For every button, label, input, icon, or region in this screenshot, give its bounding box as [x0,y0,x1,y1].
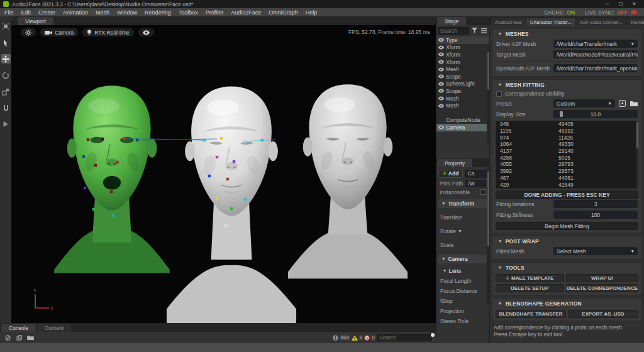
stage-row-xform[interactable]: Xform [436,58,489,66]
preset-dropdown[interactable]: Custom ▼ [553,99,615,107]
stage-search-input[interactable] [438,27,469,35]
mesh-fitting-header[interactable]: ▼ MESH FITTING [492,80,641,89]
target-mesh-dropdown[interactable]: /World/RootNode/PirateNeutral/PirateNeu▼ [553,50,638,58]
correspondence-row[interactable]: 405529793 [496,161,638,168]
live-sync-status[interactable]: OFF [617,9,628,16]
menu-toolbox[interactable]: Toolbox [179,9,198,16]
correspondence-table[interactable]: 9454940511054919287411426106449330413729… [496,121,638,189]
eye-icon[interactable] [438,89,444,93]
eye-icon[interactable] [438,60,444,64]
stage-row-mesh[interactable]: Mesh [436,102,489,109]
info-count[interactable]: 869 [340,334,349,341]
correspondence-row[interactable]: 87411426 [496,134,638,141]
console-open-folder-icon[interactable] [26,334,35,342]
stage-row-spherelight[interactable]: SphereLight [436,80,489,88]
menu-file[interactable]: File [4,9,14,16]
stage-row-xform[interactable]: Xform [436,44,489,52]
add-property-button[interactable]: + Add [438,170,463,178]
correspondence-row[interactable]: 42942549 [496,181,638,188]
menu-omnigraph[interactable]: OmniGraph [269,9,298,16]
button-delete-setup[interactable]: DELETE SETUP [496,284,564,292]
eye-icon[interactable] [438,52,444,57]
correspondence-row[interactable]: 399229573 [496,168,638,175]
property-row-stereo-role[interactable]: Stereo Role [436,316,489,326]
select-arrow-icon[interactable] [1,38,11,47]
correspondence-row[interactable]: 42685025 [496,154,638,161]
tab-render-settings[interactable]: Render Settings [627,18,644,26]
tools-header[interactable]: ▼ TOOLS [492,263,641,272]
rotate-tool-icon[interactable] [1,70,11,80]
tab-content[interactable]: Content [37,324,71,332]
correspondence-row[interactable]: 94549405 [496,121,638,128]
console-scrollbar[interactable] [431,333,435,337]
blendshape-generation-header[interactable]: ▼ BLENDSHAPE GENERATION [492,299,641,308]
eye-icon[interactable] [438,125,444,129]
menu-edit[interactable]: Edit [21,9,31,16]
viewport-3d-canvas[interactable]: Camera RTX Real-time FPS: 52.78, Frame t… [11,25,436,323]
correspondence-row[interactable]: 110549192 [496,128,638,135]
fitting-iterations-field[interactable]: 3 [553,200,638,208]
viewport-cube-icon[interactable] [1,21,11,31]
tab-audio2face[interactable]: Audio2Face [491,18,526,26]
menu-rendering[interactable]: Rendering [145,9,171,16]
stage-row[interactable] [436,109,489,117]
transform-section-header[interactable]: ▼ Transform [438,199,488,208]
warning-count[interactable]: 8 [360,334,363,341]
eye-icon[interactable] [438,67,444,72]
correspondence-visibility-checkbox[interactable] [496,91,502,97]
tab-stage[interactable]: Stage [437,17,466,25]
eye-icon[interactable] [438,82,444,86]
property-row-translate[interactable]: Translate [436,211,489,224]
cloud-icon[interactable] [630,9,637,16]
tab-property[interactable]: Property [437,159,472,167]
menu-help[interactable]: Help [306,9,318,16]
error-count[interactable]: 0 [372,334,375,341]
snap-magnet-icon[interactable] [1,103,11,113]
cache-status[interactable]: ON [567,9,575,16]
stage-row-mesh[interactable]: Mesh [436,95,489,102]
button-wrap-ui[interactable]: WRAP UI [566,274,638,282]
openmouth-a2f-mesh-dropdown[interactable]: /World/charTransfer/mark_openMouth▼ [553,64,638,72]
instanceable-checkbox[interactable] [480,189,486,195]
menu-create[interactable]: Create [38,9,55,16]
button-blendshape-transfer[interactable]: BLENDSHAPE TRANSFER [496,310,566,318]
display-size-slider[interactable]: 10.0 [553,110,638,118]
viewport-settings-button[interactable] [20,28,36,37]
begin-mesh-fitting-button[interactable]: Begin Mesh Fitting [496,222,638,230]
fitted-mesh-dropdown[interactable]: Select Mesh ▼ [553,247,638,255]
viewport-renderer-button[interactable]: RTX Real-time [82,28,135,37]
lens-subsection-header[interactable]: ▼ Lens [436,266,489,276]
prim-type-field[interactable]: Ca [465,170,487,178]
correspondence-row[interactable]: 46744061 [496,175,638,182]
property-row-rotate[interactable]: Rotate▼ [436,224,489,238]
eye-icon[interactable] [438,45,444,50]
filter-funnel-icon[interactable] [470,26,479,35]
tab-a2f-data-conver-[interactable]: A2F Data Conver... [576,18,626,26]
console-search-input[interactable] [377,334,432,341]
close-button[interactable]: × [633,0,636,8]
property-row-focal-length[interactable]: Focal Length [436,276,489,286]
button-export-as-usd[interactable]: EXPORT AS .USD [568,310,638,318]
property-row-projection[interactable]: Projection [436,306,489,316]
property-row-scale[interactable]: Scale [436,238,489,252]
correspondence-row[interactable]: 106449330 [496,141,638,148]
camera-section-header[interactable]: ▼ Camera [438,255,488,263]
stage-row-scope[interactable]: Scope [436,73,489,80]
prim-path-field[interactable]: /W [465,180,486,187]
stage-row-mesh[interactable]: Mesh [436,65,489,73]
save-preset-icon[interactable] [618,99,626,107]
minimize-button[interactable]: − [606,0,609,8]
open-preset-folder-icon[interactable] [630,99,638,107]
viewport-camera-button[interactable]: Camera [40,28,79,37]
fitting-stiffness-field[interactable]: 100 [553,211,638,219]
stage-row-scope[interactable]: Scope [436,87,489,95]
button-male-template[interactable]: +MALE TEMPLATE [496,274,564,282]
scale-tool-icon[interactable] [1,87,11,96]
tab-character-transf-[interactable]: Character Transf... [526,18,575,26]
eye-icon[interactable] [438,74,444,79]
correspondence-row[interactable]: 413729140 [496,148,638,155]
maximize-button[interactable]: □ [619,0,622,8]
move-tool-icon[interactable] [1,54,11,63]
eye-icon[interactable] [438,104,444,108]
driver-a2f-mesh-dropdown[interactable]: /World/charTransfer/mark▼ [553,40,638,48]
